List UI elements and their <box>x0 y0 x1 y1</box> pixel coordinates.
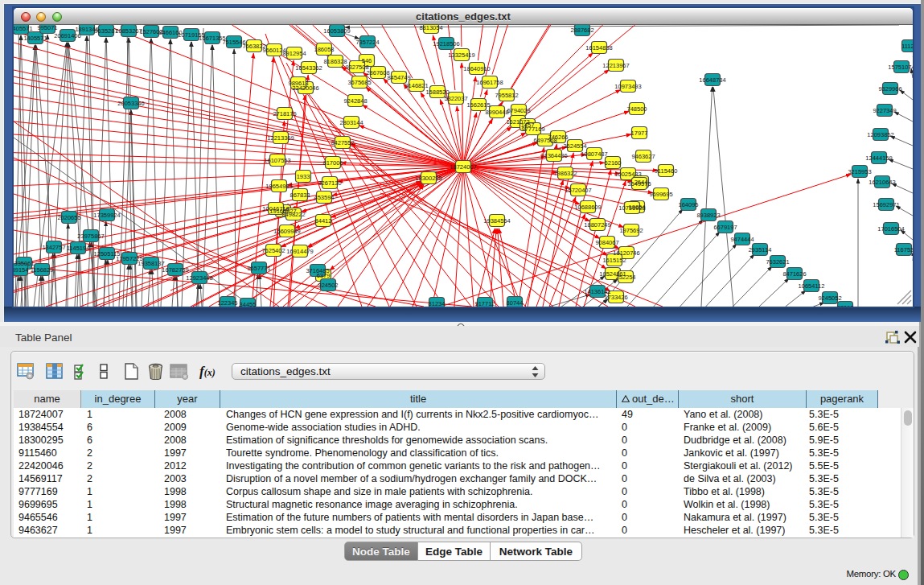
svg-text:84412: 84412 <box>315 217 332 225</box>
svg-text:8813054: 8813054 <box>419 25 442 31</box>
svg-text:87063: 87063 <box>837 304 854 307</box>
svg-text:8938923: 8938923 <box>696 212 720 219</box>
svg-text:8990448: 8990448 <box>485 109 508 116</box>
svg-text:8186328: 8186328 <box>323 58 347 65</box>
svg-text:16782759: 16782759 <box>162 266 188 274</box>
svg-text:9463627: 9463627 <box>631 153 655 160</box>
svg-text:116753: 116753 <box>894 246 913 253</box>
svg-text:9227349: 9227349 <box>873 107 896 114</box>
svg-text:5322037: 5322037 <box>444 95 467 102</box>
svg-text:23975867: 23975867 <box>77 233 104 240</box>
svg-text:9084067: 9084067 <box>595 239 618 246</box>
svg-text:6679197: 6679197 <box>713 224 737 231</box>
svg-text:924502: 924502 <box>318 282 338 289</box>
svg-text:817006: 817006 <box>322 159 343 167</box>
svg-text:122345: 122345 <box>217 299 237 307</box>
svg-text:7632621: 7632621 <box>766 258 789 266</box>
svg-text:17359924: 17359924 <box>93 212 120 219</box>
svg-text:1975692: 1975692 <box>619 227 643 234</box>
svg-text:8427552: 8427552 <box>331 139 354 146</box>
svg-text:80744: 80744 <box>507 299 524 307</box>
svg-text:16107553: 16107553 <box>264 157 290 164</box>
svg-text:17977: 17977 <box>631 130 648 137</box>
svg-text:917712: 917712 <box>474 300 495 307</box>
svg-text:34455: 34455 <box>240 301 257 307</box>
svg-text:9635287: 9635287 <box>94 27 117 35</box>
svg-text:9657771: 9657771 <box>247 265 270 272</box>
svg-text:62160: 62160 <box>605 159 622 167</box>
svg-text:1156829: 1156829 <box>31 266 54 274</box>
svg-text:10654112: 10654112 <box>799 282 825 290</box>
svg-text:18724007: 18724007 <box>450 163 476 171</box>
svg-text:3549575: 3549575 <box>627 180 651 187</box>
svg-text:15692971: 15692971 <box>873 201 899 208</box>
svg-text:8912954: 8912954 <box>282 50 306 57</box>
svg-text:18807249: 18807249 <box>584 221 610 229</box>
svg-text:6794028: 6794028 <box>507 107 530 114</box>
svg-text:19654983: 19654983 <box>265 183 292 190</box>
svg-text:1615152: 1615152 <box>602 257 626 264</box>
svg-text:9242848: 9242848 <box>343 97 367 105</box>
svg-text:19384554: 19384554 <box>483 217 510 225</box>
svg-text:7625402: 7625402 <box>261 247 285 254</box>
svg-text:9115460: 9115460 <box>655 167 678 175</box>
svg-text:9245052: 9245052 <box>818 295 841 302</box>
svg-text:748500: 748500 <box>626 105 647 113</box>
svg-text:3716485: 3716485 <box>306 267 329 274</box>
svg-text:19358137: 19358137 <box>138 260 164 267</box>
svg-text:16154838: 16154838 <box>585 44 612 51</box>
svg-text:2887682: 2887682 <box>570 27 593 34</box>
svg-text:19218506: 19218506 <box>433 40 459 47</box>
svg-text:12213967: 12213967 <box>602 62 629 69</box>
svg-text:453594: 453594 <box>314 194 334 201</box>
svg-text:16053809: 16053809 <box>323 27 350 35</box>
svg-text:2718176: 2718176 <box>273 110 296 117</box>
svg-text:16914479: 16914479 <box>286 248 313 255</box>
svg-text:13325419: 13325419 <box>448 51 474 59</box>
svg-text:18640910: 18640910 <box>463 65 490 72</box>
svg-text:16648784: 16648784 <box>699 76 725 84</box>
svg-text:16120746: 16120746 <box>613 249 639 257</box>
svg-text:1145194: 1145194 <box>67 245 90 252</box>
svg-text:995071: 995071 <box>37 25 57 31</box>
svg-text:18300295: 18300295 <box>415 175 441 182</box>
svg-text:12093852: 12093852 <box>867 131 893 138</box>
svg-text:15751074: 15751074 <box>888 64 913 71</box>
svg-text:10807487: 10807487 <box>581 150 607 158</box>
svg-text:3675685: 3675685 <box>347 79 371 86</box>
svg-text:15609949: 15609949 <box>273 228 300 235</box>
svg-text:16961758: 16961758 <box>476 79 503 86</box>
svg-text:8498222: 8498222 <box>281 211 305 218</box>
svg-text:10688609: 10688609 <box>574 204 601 211</box>
svg-text:252254: 252254 <box>615 274 635 281</box>
svg-text:12213369: 12213369 <box>267 134 294 142</box>
svg-text:9329966: 9329966 <box>878 85 901 93</box>
svg-text:2020655: 2020655 <box>57 214 80 221</box>
svg-text:1342757: 1342757 <box>42 244 65 251</box>
svg-text:11127: 11127 <box>901 43 913 50</box>
svg-text:7357224: 7357224 <box>355 39 379 46</box>
svg-text:12444159: 12444159 <box>865 154 892 162</box>
svg-text:10853267: 10853267 <box>115 27 142 35</box>
svg-text:989613: 989613 <box>288 80 308 87</box>
svg-text:16210643: 16210643 <box>869 179 895 186</box>
svg-text:10756928: 10756928 <box>618 204 645 212</box>
svg-text:8471626: 8471626 <box>782 270 806 278</box>
svg-text:7955812: 7955812 <box>495 92 518 99</box>
svg-text:1933: 1933 <box>297 173 310 180</box>
svg-text:867833: 867833 <box>290 192 310 199</box>
svg-text:7986322: 7986322 <box>553 170 577 177</box>
svg-text:10025433: 10025433 <box>614 171 641 178</box>
svg-text:9699695: 9699695 <box>649 191 672 198</box>
svg-text:746266: 746266 <box>548 134 568 141</box>
svg-text:15720407: 15720407 <box>565 187 591 194</box>
svg-text:14136141: 14136141 <box>584 288 610 295</box>
svg-text:9146821: 9146821 <box>405 82 428 89</box>
svg-text:2867608: 2867608 <box>366 69 389 76</box>
svg-text:1405571: 1405571 <box>14 25 33 32</box>
svg-text:16543362: 16543362 <box>295 64 322 72</box>
svg-text:21364436: 21364436 <box>540 152 567 159</box>
svg-text:164095: 164095 <box>678 201 698 208</box>
svg-text:9327508: 9327508 <box>345 64 368 71</box>
svg-text:17016504: 17016504 <box>877 225 904 233</box>
